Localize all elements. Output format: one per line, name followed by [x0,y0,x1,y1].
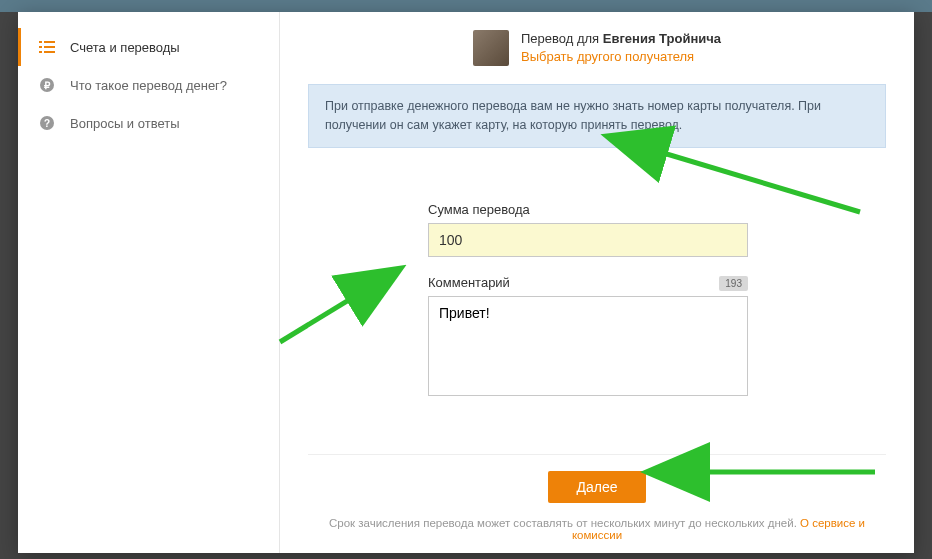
change-recipient-link[interactable]: Выбрать другого получателя [521,48,721,66]
comment-input[interactable] [428,296,748,396]
question-icon: ? [38,114,56,132]
sidebar-item-label: Что такое перевод денег? [70,78,227,93]
sidebar-item-what-is-transfer[interactable]: ₽ Что такое перевод денег? [18,66,279,104]
recipient-prefix: Перевод для [521,31,603,46]
amount-input[interactable] [428,223,748,257]
sidebar: Счета и переводы ₽ Что такое перевод ден… [18,12,280,553]
sidebar-item-accounts[interactable]: Счета и переводы [18,28,279,66]
svg-rect-1 [44,41,55,43]
info-box: При отправке денежного перевода вам не н… [308,84,886,148]
backdrop-header [0,0,932,12]
footnote-text: Срок зачисления перевода может составлят… [329,517,800,529]
sidebar-item-label: Вопросы и ответы [70,116,179,131]
form-area: Сумма перевода Комментарий 193 [428,202,748,399]
recipient-row: Перевод для Евгения Тройнича Выбрать дру… [308,30,886,66]
recipient-line: Перевод для Евгения Тройнича [521,30,721,48]
divider [308,454,886,455]
svg-rect-5 [44,51,55,53]
list-icon [38,38,56,56]
comment-wrap: 193 [428,296,748,399]
svg-rect-0 [39,41,42,43]
next-button[interactable]: Далее [548,471,645,503]
footnote: Срок зачисления перевода может составлят… [308,517,886,541]
amount-label: Сумма перевода [428,202,748,217]
recipient-name: Евгения Тройнича [603,31,721,46]
recipient-avatar [473,30,509,66]
ruble-icon: ₽ [38,76,56,94]
main-panel: Перевод для Евгения Тройнича Выбрать дру… [280,12,914,553]
footer: Далее Срок зачисления перевода может сос… [308,440,886,541]
sidebar-item-label: Счета и переводы [70,40,180,55]
svg-rect-4 [39,51,42,53]
svg-rect-2 [39,46,42,48]
svg-text:?: ? [44,118,50,129]
recipient-text: Перевод для Евгения Тройнича Выбрать дру… [521,30,721,66]
comment-counter: 193 [719,276,748,291]
sidebar-item-faq[interactable]: ? Вопросы и ответы [18,104,279,142]
svg-text:₽: ₽ [44,80,51,91]
svg-rect-3 [44,46,55,48]
comment-label: Комментарий [428,275,748,290]
svg-line-11 [610,137,860,212]
transfer-modal: Счета и переводы ₽ Что такое перевод ден… [18,12,914,553]
svg-line-12 [280,270,398,342]
